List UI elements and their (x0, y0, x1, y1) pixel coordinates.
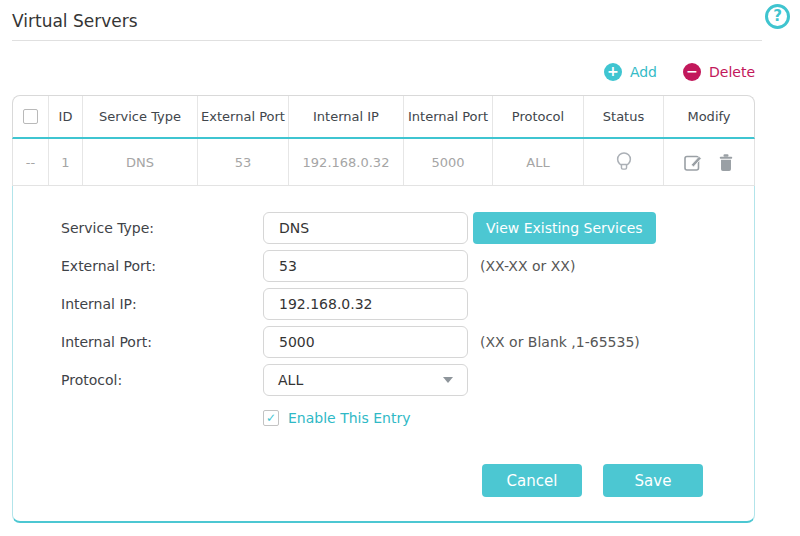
protocol-selected-value: ALL (278, 372, 303, 388)
delete-row-button[interactable] (718, 153, 734, 172)
view-existing-services-button[interactable]: View Existing Services (473, 212, 656, 244)
edit-row-button[interactable] (684, 153, 703, 172)
caret-down-icon (443, 377, 453, 383)
external-port-hint: (XX-XX or XX) (480, 258, 575, 274)
title-divider (12, 40, 762, 41)
protocol-label: Protocol: (61, 372, 263, 388)
internal-port-label: Internal Port: (61, 334, 263, 350)
internal-port-hint: (XX or Blank ,1-65535) (480, 334, 640, 350)
row-protocol-cell: ALL (493, 139, 584, 185)
header-cell-service-type: Service Type (83, 96, 198, 137)
status-toggle-button[interactable] (614, 150, 634, 175)
header-cell-external-port: External Port (198, 96, 289, 137)
row-external-port-cell: 53 (198, 139, 289, 185)
internal-ip-input[interactable] (263, 288, 468, 320)
cancel-button[interactable]: Cancel (482, 464, 582, 497)
service-type-input[interactable] (263, 212, 468, 244)
add-button[interactable]: + Add (604, 63, 657, 81)
header-cell-id: ID (49, 96, 83, 137)
edit-icon (684, 153, 703, 172)
protocol-select[interactable]: ALL (263, 364, 468, 396)
page-header: Virtual Servers ? (0, 0, 800, 40)
help-icon[interactable]: ? (765, 4, 790, 29)
entry-editor-panel: Service Type: View Existing Services Ext… (12, 186, 755, 523)
select-all-checkbox[interactable] (23, 109, 38, 124)
light-bulb-icon (614, 150, 634, 175)
enable-entry-checkbox[interactable]: ✓ (263, 410, 279, 426)
row-modify-cell (664, 139, 754, 185)
row-service-type-cell: DNS (83, 139, 198, 185)
header-cell-internal-port: Internal Port (404, 96, 493, 137)
row-select-cell: -- (13, 139, 49, 185)
row-id-cell: 1 (49, 139, 83, 185)
delete-button[interactable]: − Delete (683, 63, 755, 81)
virtual-servers-table: ID Service Type External Port Internal I… (12, 95, 755, 523)
internal-ip-label: Internal IP: (61, 296, 263, 312)
save-button[interactable]: Save (603, 464, 703, 497)
enable-entry-row[interactable]: ✓ Enable This Entry (263, 408, 754, 428)
header-cell-internal-ip: Internal IP (289, 96, 404, 137)
row-internal-port-cell: 5000 (404, 139, 493, 185)
service-type-label: Service Type: (61, 220, 263, 236)
enable-entry-label[interactable]: Enable This Entry (288, 410, 410, 426)
trash-icon (718, 153, 734, 172)
plus-icon: + (604, 63, 622, 81)
row-status-cell (584, 139, 664, 185)
header-cell-status: Status (584, 96, 664, 137)
add-button-label: Add (630, 64, 657, 80)
header-cell-select (13, 96, 49, 137)
table-header-row: ID Service Type External Port Internal I… (12, 95, 755, 139)
header-cell-protocol: Protocol (493, 96, 584, 137)
external-port-input[interactable] (263, 250, 468, 282)
page-title: Virtual Servers (12, 11, 788, 31)
external-port-label: External Port: (61, 258, 263, 274)
row-internal-ip-cell: 192.168.0.32 (289, 139, 404, 185)
table-row: -- 1 DNS 53 192.168.0.32 5000 ALL (12, 139, 755, 186)
delete-button-label: Delete (709, 64, 755, 80)
minus-icon: − (683, 63, 701, 81)
header-cell-modify: Modify (664, 96, 754, 137)
internal-port-input[interactable] (263, 326, 468, 358)
toolbar: + Add − Delete (12, 63, 755, 81)
